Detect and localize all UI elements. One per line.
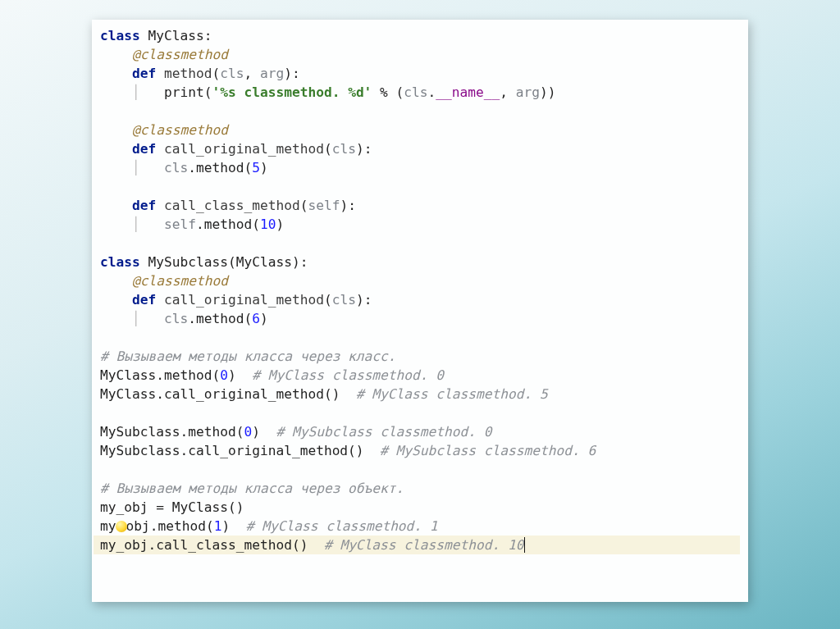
decorator: @classmethod — [132, 273, 228, 289]
comment: # Вызываем методы класса через класс. — [100, 349, 396, 364]
kw-def: def — [132, 66, 156, 81]
kw-class: class — [100, 254, 140, 270]
kw-def: def — [132, 141, 156, 157]
decorator: @classmethod — [132, 47, 228, 62]
kw-def: def — [132, 292, 156, 308]
kw-def: def — [132, 198, 156, 213]
lightbulb-icon[interactable] — [116, 521, 127, 532]
comment: # Вызываем методы класса через объект. — [100, 481, 404, 496]
decorator: @classmethod — [132, 122, 228, 138]
text-caret — [524, 537, 525, 553]
kw-class: class — [100, 28, 140, 43]
code-editor-panel: class MyClass: @classmethod def method(c… — [92, 20, 748, 602]
current-line-highlight: my_obj.call_class_method() # MyClass cla… — [94, 536, 740, 554]
code-block: class MyClass: @classmethod def method(c… — [94, 23, 746, 558]
